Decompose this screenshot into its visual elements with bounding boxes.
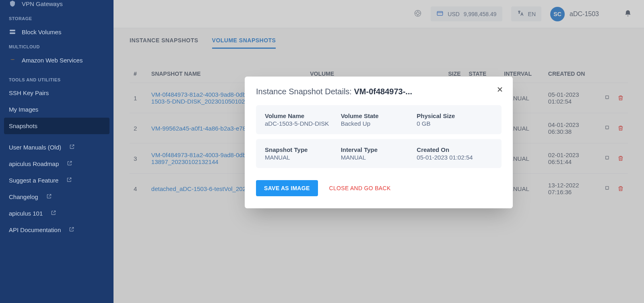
field-label: Volume State (341, 112, 417, 119)
main: USD 9,998,458.49 EN SC aDC-1503 INSTANCE… (114, 0, 644, 303)
modal-title-prefix: Instance Snapshot Details: (256, 87, 354, 96)
sidebar-item-roadmap[interactable]: apiculus Roadmap (0, 156, 114, 172)
close-and-go-back-button[interactable]: CLOSE AND GO BACK (329, 185, 391, 191)
sidebar-item-label: SSH Key Pairs (9, 89, 49, 96)
sidebar-item-label: User Manuals (Old) (9, 144, 61, 151)
sidebar-section-tools: TOOLS AND UTILITIES (0, 73, 114, 85)
field-label: Created On (417, 146, 493, 153)
sidebar: VPN Gateways STORAGE Block Volumes MULTI… (0, 0, 114, 303)
modal-card-2: Snapshot Type MANUAL Interval Type MANUA… (256, 139, 502, 168)
close-icon[interactable] (496, 85, 504, 96)
sidebar-section-multicloud: MULTICLOUD (0, 40, 114, 52)
sidebar-item-ssh[interactable]: SSH Key Pairs (0, 85, 114, 101)
external-link-icon (51, 210, 56, 217)
field-label: Snapshot Type (265, 146, 341, 153)
sidebar-item-suggest[interactable]: Suggest a Feature (0, 172, 114, 189)
field-value: MANUAL (265, 154, 341, 161)
svg-rect-1 (10, 33, 15, 34)
modal-card-1: Volume Name aDC-1503-5-DND-DISK Volume S… (256, 105, 502, 134)
sidebar-item-label: apiculus Roadmap (9, 160, 59, 167)
external-link-icon (66, 177, 72, 184)
sidebar-item-label: Amazon Web Services (22, 57, 83, 64)
modal-title: Instance Snapshot Details: VM-0f484973-.… (256, 87, 502, 96)
field-label: Interval Type (341, 146, 417, 153)
sidebar-item-snapshots[interactable]: Snapshots (4, 118, 109, 134)
sidebar-item-images[interactable]: My Images (0, 101, 114, 118)
sidebar-item-aws[interactable]: Amazon Web Services (0, 52, 114, 68)
external-link-icon (69, 144, 75, 151)
external-link-icon (67, 160, 72, 167)
svg-rect-0 (10, 30, 15, 31)
sidebar-item-label: Changelog (9, 193, 38, 200)
sidebar-item-vpn[interactable]: VPN Gateways (0, 0, 114, 12)
sidebar-item-label: VPN Gateways (22, 0, 63, 7)
save-as-image-button[interactable]: SAVE AS IMAGE (256, 180, 318, 196)
field-value: MANUAL (341, 154, 417, 161)
field-label: Volume Name (265, 112, 341, 119)
sidebar-item-manuals[interactable]: User Manuals (Old) (0, 139, 114, 156)
shield-icon (9, 0, 16, 7)
sidebar-item-label: API Documentation (9, 226, 61, 233)
sidebar-item-label: Block Volumes (22, 29, 61, 35)
sidebar-section-storage: STORAGE (0, 12, 114, 23)
external-link-icon (46, 193, 52, 200)
sidebar-item-label: Snapshots (9, 122, 37, 129)
field-value: aDC-1503-5-DND-DISK (265, 120, 341, 127)
sidebar-item-101[interactable]: apiculus 101 (0, 205, 114, 222)
sidebar-item-label: apiculus 101 (9, 210, 43, 217)
modal-overlay[interactable]: Instance Snapshot Details: VM-0f484973-.… (114, 0, 644, 303)
modal-title-name: VM-0f484973-... (354, 87, 412, 96)
field-value: 05-01-2023 01:02:54 (417, 154, 493, 161)
aws-icon (9, 56, 16, 64)
storage-icon (9, 28, 16, 35)
sidebar-item-block-volumes[interactable]: Block Volumes (0, 23, 114, 40)
field-label: Physical Size (417, 112, 493, 119)
sidebar-item-apidoc[interactable]: API Documentation (0, 222, 114, 238)
sidebar-item-label: Suggest a Feature (9, 177, 58, 184)
sidebar-item-label: My Images (9, 106, 38, 113)
external-link-icon (69, 226, 74, 233)
sidebar-item-changelog[interactable]: Changelog (0, 189, 114, 205)
snapshot-details-modal: Instance Snapshot Details: VM-0f484973-.… (245, 77, 513, 208)
field-value: 0 GB (417, 120, 493, 127)
field-value: Backed Up (341, 120, 417, 127)
